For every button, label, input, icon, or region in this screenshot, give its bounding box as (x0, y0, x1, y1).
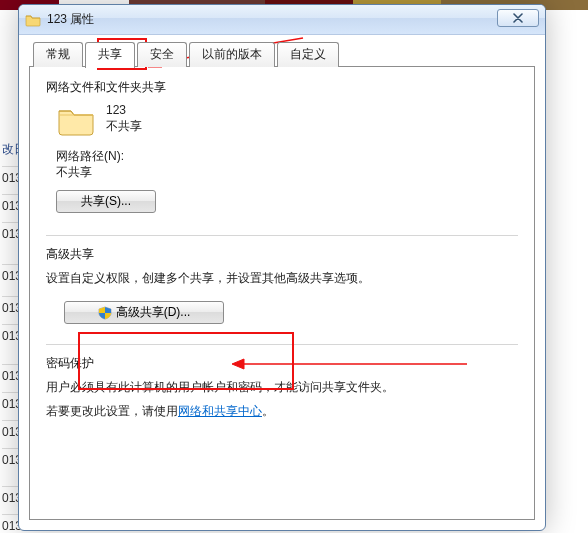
properties-window: 123 属性 常规 共享 安全 以前的版本 自定义 网络文件和文件夹共享 (18, 4, 546, 531)
uac-shield-icon (98, 306, 112, 320)
section-title-network-share: 网络文件和文件夹共享 (46, 79, 518, 96)
network-path-label: 网络路径(N): (56, 148, 518, 164)
folder-share-status: 不共享 (106, 118, 142, 134)
network-path-value: 不共享 (56, 164, 518, 180)
divider (46, 344, 518, 345)
tab-previous-versions[interactable]: 以前的版本 (189, 42, 275, 67)
advanced-share-button[interactable]: 高级共享(D)... (64, 301, 224, 324)
advanced-share-desc: 设置自定义权限，创建多个共享，并设置其他高级共享选项。 (46, 269, 518, 287)
tab-security[interactable]: 安全 (137, 42, 187, 67)
folder-name: 123 (106, 102, 142, 118)
folder-large-icon (56, 102, 96, 138)
close-icon (513, 13, 523, 23)
network-sharing-center-link[interactable]: 网络和共享中心 (178, 404, 262, 418)
section-title-password: 密码保护 (46, 355, 518, 372)
window-title: 123 属性 (47, 11, 94, 28)
share-button[interactable]: 共享(S)... (56, 190, 156, 213)
close-button[interactable] (497, 9, 539, 27)
password-desc-2b: 。 (262, 404, 274, 418)
network-share-section: 网络文件和文件夹共享 123 不共享 (46, 79, 518, 217)
password-desc-2a: 若要更改此设置，请使用 (46, 404, 178, 418)
advanced-share-section: 高级共享 设置自定义权限，创建多个共享，并设置其他高级共享选项。 (46, 246, 518, 324)
tab-general[interactable]: 常规 (33, 42, 83, 67)
section-title-advanced: 高级共享 (46, 246, 518, 263)
titlebar[interactable]: 123 属性 (19, 5, 545, 35)
divider (46, 235, 518, 236)
sharing-tabpanel: 网络文件和文件夹共享 123 不共享 (29, 67, 535, 520)
tab-sharing[interactable]: 共享 (85, 42, 135, 68)
folder-icon (25, 12, 41, 28)
password-desc-1: 用户必须具有此计算机的用户帐户和密码，才能访问共享文件夹。 (46, 378, 518, 396)
tabstrip: 常规 共享 安全 以前的版本 自定义 (29, 43, 535, 67)
tab-customize[interactable]: 自定义 (277, 42, 339, 67)
password-protect-section: 密码保护 用户必须具有此计算机的用户帐户和密码，才能访问共享文件夹。 若要更改此… (46, 355, 518, 420)
advanced-share-button-label: 高级共享(D)... (116, 304, 191, 321)
password-desc-2: 若要更改此设置，请使用网络和共享中心。 (46, 402, 518, 420)
